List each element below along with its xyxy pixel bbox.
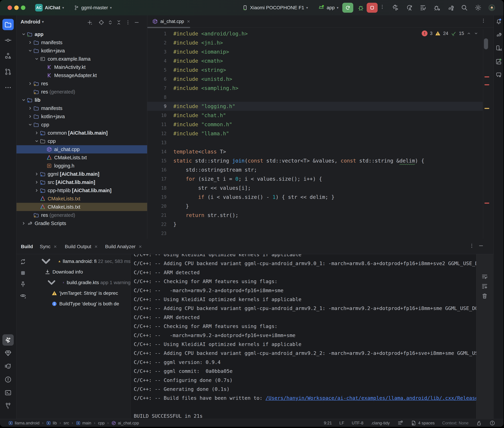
previous-problem-icon[interactable] <box>466 31 471 36</box>
build-options-button[interactable] <box>469 243 476 250</box>
next-problem-icon[interactable] <box>474 31 478 36</box>
breadcrumb-item-lib[interactable]: lib <box>46 421 57 425</box>
preview-button[interactable] <box>19 292 26 299</box>
expand-all-button[interactable] <box>107 19 113 26</box>
line-number[interactable]: 3 <box>147 49 173 54</box>
project-view-selector[interactable]: Android ▾ <box>21 19 44 25</box>
line-number[interactable]: 6 <box>147 77 173 82</box>
tool-stripe-terminal[interactable] <box>2 387 14 398</box>
project-tree-item-common[interactable]: common [AiChat.lib.main] <box>17 129 147 137</box>
line-number[interactable]: 1 <box>147 31 173 36</box>
pin-button[interactable] <box>19 281 26 288</box>
build-tree-item[interactable]: BuildType 'debug' is both de <box>30 299 130 309</box>
breadcrumb-item-main[interactable]: main <box>76 421 91 425</box>
project-tree-item-mainactivity-kt[interactable]: MainActivity.kt <box>17 63 147 71</box>
line-number[interactable]: 17 <box>147 176 173 181</box>
hide-build-panel-button[interactable] <box>478 243 486 250</box>
project-tree-item-gradle-scripts[interactable]: Gradle Scripts <box>17 219 147 227</box>
line-number[interactable]: 11 <box>147 122 173 127</box>
chevron-down-icon[interactable] <box>21 31 27 37</box>
tool-stripe-structure[interactable] <box>2 50 14 62</box>
project-tree-item-manifests[interactable]: manifests <box>17 38 147 47</box>
debug-button[interactable] <box>355 3 366 13</box>
code-editor[interactable]: 1#include <android/log.h>2#include <jni.… <box>147 29 483 239</box>
chevron-right-icon[interactable] <box>21 220 27 226</box>
editor-tab-ai-chat-cpp[interactable]: C ai_chat.cpp <box>147 16 195 27</box>
tool-stripe-project[interactable] <box>2 19 14 30</box>
branch-selector[interactable]: ggml-master ▾ <box>73 0 112 16</box>
tool-stripe-running-devices[interactable] <box>495 58 503 66</box>
run-config-selector[interactable]: app ▾ <box>318 0 339 16</box>
editor-scrollbar-thumb[interactable] <box>484 38 488 49</box>
device-selector[interactable]: Xiaomi POCOPHONE F1 ▾ <box>242 0 308 16</box>
line-number[interactable]: 9 <box>147 104 173 109</box>
tool-stripe-notifications[interactable] <box>495 17 503 25</box>
tool-stripe-commit[interactable] <box>2 35 14 46</box>
close-window-button[interactable] <box>8 6 12 10</box>
line-number[interactable]: 4 <box>147 58 173 64</box>
analyzer-status[interactable]: .clang-tidy <box>371 421 390 425</box>
build-run-button[interactable] <box>392 4 400 11</box>
build-tree-item[interactable]: 'jvmTarget: String' is deprec <box>30 288 130 298</box>
project-tree-item-kotlin-java[interactable]: kotlin+java <box>17 112 147 121</box>
more-vertical-button[interactable] <box>125 19 131 26</box>
line-number[interactable]: 14 <box>147 149 173 154</box>
context-widget[interactable]: Context: None <box>442 421 469 425</box>
tool-stripe-problems[interactable] <box>2 374 14 385</box>
minimize-window-button[interactable] <box>14 6 19 10</box>
sync-button[interactable] <box>19 258 26 265</box>
breadcrumb-item-llama-android[interactable]: llama.android <box>8 421 39 425</box>
collapse-all-button[interactable] <box>116 19 122 26</box>
run-more-actions-button[interactable] <box>379 4 387 11</box>
build-panel-title[interactable]: Build <box>21 239 33 254</box>
project-tree-item-cpp[interactable]: cpp <box>17 121 147 129</box>
add-button[interactable] <box>87 19 93 26</box>
project-tree-item-res[interactable]: res <box>17 80 147 88</box>
project-tree-item-ggml[interactable]: ggml [AiChat.lib.main] <box>17 170 147 178</box>
tab-scroll-indicator[interactable] <box>147 27 190 28</box>
chevron-down-icon[interactable] <box>21 97 27 103</box>
project-tree-item-cmakelists-txt[interactable]: CMakeLists.txt <box>17 153 147 162</box>
suspend-button[interactable] <box>19 270 26 276</box>
chevron-right-icon[interactable] <box>34 171 40 177</box>
chevron-right-icon[interactable] <box>27 81 33 87</box>
tool-stripe-device-manager[interactable] <box>495 44 503 52</box>
breadcrumb-item-src[interactable]: src <box>64 421 69 425</box>
project-tree-item-logging-h[interactable]: logging.h <box>17 162 147 170</box>
project-tree-item-cmakelists-txt[interactable]: CMakeLists.txt <box>17 195 147 203</box>
line-number[interactable]: 5 <box>147 67 173 73</box>
tool-stripe-more-tools[interactable] <box>2 82 14 93</box>
build-console[interactable]: C/C++: -- Using KleidiAI optimized kerne… <box>130 254 476 419</box>
error-stripe-mark[interactable] <box>485 84 489 85</box>
line-number[interactable]: 22 <box>147 222 173 227</box>
caret-position[interactable]: 9:21 <box>324 421 332 425</box>
settings-button[interactable] <box>474 4 482 11</box>
line-number[interactable]: 15 <box>147 158 173 163</box>
avatar-button[interactable] <box>488 4 495 11</box>
build-tab-sync[interactable]: Sync <box>40 239 57 254</box>
line-number[interactable]: 19 <box>147 195 173 200</box>
project-tree-item-res[interactable]: res (generated) <box>17 211 147 219</box>
chevron-right-icon[interactable] <box>27 105 33 111</box>
line-number[interactable]: 20 <box>147 204 173 209</box>
exclamation-circle-icon[interactable] <box>489 420 495 426</box>
line-number[interactable]: 2 <box>147 40 173 45</box>
project-tree-item-src[interactable]: src [AiChat.lib.main] <box>17 178 147 186</box>
indent-widget[interactable]: 4 spaces <box>411 420 435 426</box>
locate-button[interactable] <box>98 19 105 26</box>
inspection-widget[interactable]: ! 3 24 15 <box>422 31 478 36</box>
project-tree-item-kotlin-java[interactable]: kotlin+java <box>17 47 147 55</box>
file-encoding[interactable]: UTF-8 <box>352 421 363 425</box>
line-number[interactable]: 13 <box>147 140 173 145</box>
tool-stripe-pull-requests[interactable] <box>2 66 14 77</box>
close-icon[interactable] <box>94 245 98 249</box>
error-stripe-mark[interactable] <box>485 203 489 204</box>
soft-wrap-button[interactable] <box>481 273 488 280</box>
tool-stripe-version-control[interactable] <box>2 400 14 412</box>
line-number[interactable]: 23 <box>147 231 173 236</box>
build-tab-build-analyzer[interactable]: Build Analyzer <box>105 239 142 254</box>
line-number[interactable]: 16 <box>147 167 173 173</box>
breadcrumb-item-cpp[interactable]: cpp <box>98 421 105 425</box>
close-icon[interactable] <box>186 19 190 24</box>
build-output-path-link[interactable]: /Users/hanyin/Workspace/ai-chat/examples… <box>265 395 476 401</box>
